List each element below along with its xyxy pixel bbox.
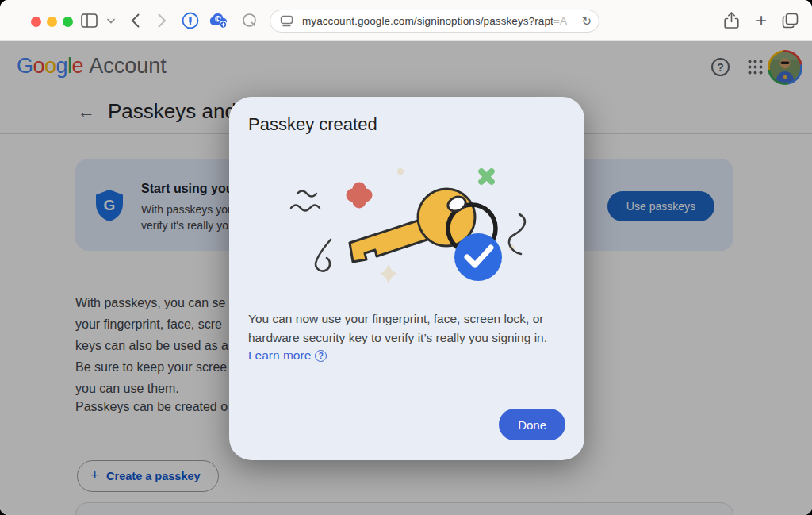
back-icon[interactable]: [125, 11, 144, 30]
learn-more-link[interactable]: Learn more ?: [248, 348, 327, 363]
sparkle-shape: [380, 263, 397, 284]
password-manager-icon[interactable]: [181, 11, 200, 30]
extension-cloud-icon[interactable]: [209, 11, 228, 30]
share-icon[interactable]: [722, 11, 741, 30]
url-text: myaccount.google.com/signinoptions/passk…: [302, 15, 567, 27]
clover-shape: [347, 183, 373, 209]
dialog-body-text: You can now use your fingerprint, face, …: [248, 309, 547, 348]
green-x-shape: [481, 171, 492, 182]
reload-icon[interactable]: ↻: [581, 14, 592, 29]
forward-icon[interactable]: [152, 11, 171, 30]
check-badge: [454, 233, 502, 281]
key-illustration: [280, 154, 534, 305]
chevron-down-icon[interactable]: [102, 11, 121, 30]
new-tab-icon[interactable]: +: [752, 11, 771, 30]
browser-toolbar: myaccount.google.com/signinoptions/passk…: [0, 0, 812, 41]
browser-window: myaccount.google.com/signinoptions/passk…: [0, 0, 812, 515]
page-settings-icon[interactable]: [280, 15, 293, 31]
web-content: GoogleAccount ?: [0, 41, 812, 515]
zoom-window-button[interactable]: [63, 17, 73, 27]
dialog-title: Passkey created: [248, 114, 377, 135]
tab-search-icon[interactable]: [240, 11, 259, 30]
key-shaft: [350, 219, 430, 262]
address-bar[interactable]: myaccount.google.com/signinoptions/passk…: [270, 10, 599, 33]
tab-overview-icon[interactable]: [780, 11, 799, 30]
minimize-window-button[interactable]: [47, 17, 57, 27]
passkey-created-dialog: Passkey created: [229, 97, 584, 460]
close-window-button[interactable]: [31, 17, 41, 27]
help-circle-icon: ?: [315, 350, 327, 362]
sidebar-toggle-icon[interactable]: [79, 11, 98, 30]
squiggle-wave: [297, 191, 316, 197]
learn-more-label: Learn more: [248, 348, 311, 363]
url-fade: =A: [553, 15, 567, 27]
done-button[interactable]: Done: [499, 409, 565, 440]
